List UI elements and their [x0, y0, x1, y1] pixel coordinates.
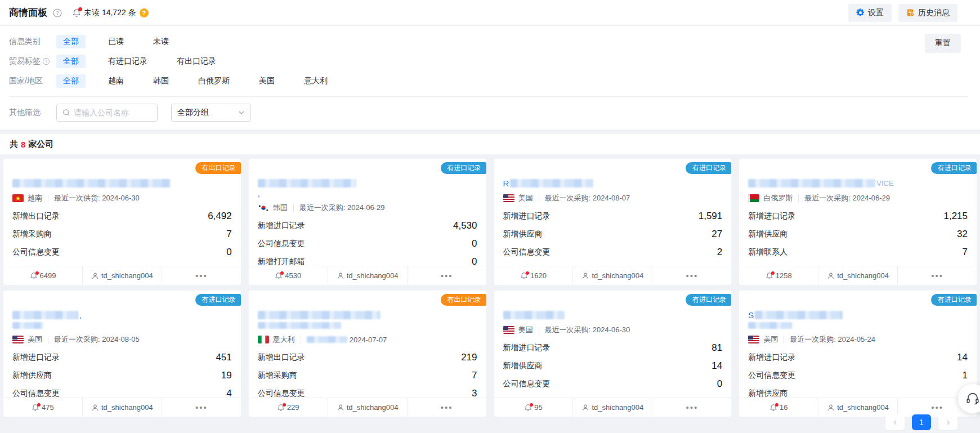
company-card[interactable]: 有进口记录美国最近一次采购: 2024-06-30新增进口记录81新增供应商14… — [494, 291, 732, 417]
stat-value: 0 — [472, 238, 477, 249]
assigned-user-button[interactable]: td_shichang004 — [328, 266, 407, 285]
company-name-redacted[interactable] — [258, 310, 477, 320]
more-actions-button[interactable]: ••• — [162, 398, 241, 417]
assigned-user-button[interactable]: td_shichang004 — [328, 398, 407, 417]
company-card[interactable]: 有进口记录,美国最近一次采购: 2024-08-05新增进口记录451新增供应商… — [3, 291, 241, 417]
group-select[interactable]: 全部分组 — [171, 104, 251, 122]
stat-list: 新增出口记录6,492新增采购商7公司信息变更0 — [12, 207, 232, 261]
last-trade-date: 最近一次采购: 2024-06-30 — [545, 325, 630, 335]
notification-count-button[interactable]: 6499 — [3, 266, 82, 285]
company-card[interactable]: 有进口记录S美国最近一次采购: 2024-05-24新增进口记录14公司信息变更… — [739, 291, 977, 417]
filter-option[interactable]: 有出口记录 — [170, 55, 223, 68]
company-search-box[interactable] — [56, 104, 158, 122]
company-name-redacted[interactable] — [12, 178, 232, 188]
card-body: ,美国最近一次采购: 2024-08-05新增进口记录451新增供应商19公司信… — [3, 291, 241, 403]
company-name-redacted[interactable]: VICE — [748, 178, 968, 188]
count-prefix: 共 — [10, 139, 18, 150]
assigned-user-button[interactable]: td_shichang004 — [818, 266, 897, 285]
more-actions-button[interactable]: ••• — [162, 266, 241, 285]
question-circle-icon[interactable]: ? — [53, 8, 62, 17]
filter-option[interactable]: 越南 — [101, 74, 131, 88]
filter-option[interactable]: 白俄罗斯 — [191, 74, 236, 88]
filter-divider — [9, 96, 969, 97]
notification-count-button[interactable]: 1620 — [494, 266, 573, 285]
company-card[interactable]: 有进口记录R美国最近一次采购: 2024-08-07新增进口记录1,591新增供… — [494, 159, 732, 285]
filter-option[interactable]: 韩国 — [146, 74, 176, 88]
more-actions-button[interactable]: ••• — [652, 398, 731, 417]
notification-count-button[interactable]: 229 — [249, 398, 328, 417]
notification-count: 4530 — [285, 271, 301, 280]
notification-count-button[interactable]: 16 — [739, 398, 818, 417]
other-filter-row: 其他筛选 全部分组 — [9, 104, 969, 122]
filter-option-selected[interactable]: 全部 — [56, 35, 86, 48]
company-name-redacted[interactable]: , — [12, 310, 232, 320]
stat-row: 公司信息变更0 — [12, 243, 232, 261]
company-card[interactable]: 有进口记录VICE白俄罗斯最近一次采购: 2024-06-29新增进口记录1,2… — [739, 159, 977, 285]
company-name-blur — [12, 179, 171, 188]
filter-option[interactable]: 未读 — [146, 35, 176, 48]
svg-text:?: ? — [45, 59, 47, 64]
company-card[interactable]: 有出口记录越南最近一次供货: 2024-06-30新增出口记录6,492新增采购… — [3, 159, 241, 285]
notification-count-button[interactable]: 95 — [494, 398, 573, 417]
assigned-user-button[interactable]: td_shichang004 — [572, 266, 652, 285]
history-messages-button[interactable]: 历史消息 — [898, 4, 957, 22]
next-page-button[interactable] — [938, 414, 957, 430]
ellipsis-icon: ••• — [195, 273, 208, 279]
notification-red-dot — [771, 271, 775, 275]
assigned-user-name: td_shichang004 — [347, 403, 399, 412]
card-footer: 6499td_shichang004••• — [3, 266, 241, 285]
notification-count-button[interactable]: 4530 — [249, 266, 328, 285]
notification-red-dot — [37, 403, 41, 407]
company-card[interactable]: 有出口记录意大利2024-07-07新增出口记录219新增采购商7公司信息变更3… — [249, 291, 486, 417]
company-name-redacted[interactable] — [258, 178, 477, 188]
ellipsis-icon: ••• — [441, 405, 453, 410]
stat-value: 0 — [717, 378, 722, 390]
company-name-line2 — [258, 322, 477, 329]
country-name: 美国 — [763, 334, 778, 345]
stat-row: 新增出口记录6,492 — [12, 207, 232, 225]
question-circle-filled-orange-icon[interactable]: ? — [140, 8, 149, 17]
assigned-user-name: td_shichang004 — [592, 403, 643, 412]
more-actions-button[interactable]: ••• — [407, 398, 486, 417]
filter-option[interactable]: 有进口记录 — [101, 55, 154, 68]
filter-row-0: 信息类别全部已读未读 — [9, 32, 969, 51]
stat-label: 新增进口记录 — [12, 352, 60, 363]
notification-count-button[interactable]: 475 — [3, 398, 82, 417]
prev-page-button[interactable] — [885, 414, 905, 430]
notification-count-button[interactable]: 1258 — [739, 266, 818, 285]
stat-value: 6,492 — [208, 211, 232, 222]
assigned-user-button[interactable]: td_shichang004 — [572, 398, 652, 417]
filter-option[interactable]: 美国 — [252, 74, 281, 88]
unread-counter[interactable]: 未读 14,722 条 ? — [72, 8, 149, 18]
page-1-button[interactable]: 1 — [912, 414, 931, 430]
count-suffix: 家公司 — [28, 139, 53, 150]
company-search-input[interactable] — [74, 108, 151, 117]
trade-record-badge: 有出口记录 — [441, 294, 486, 306]
stat-row: 新增进口记录81 — [503, 339, 723, 357]
question-circle-icon[interactable]: ? — [42, 57, 50, 65]
company-name-redacted[interactable]: S — [748, 310, 968, 320]
more-actions-button[interactable]: ••• — [407, 266, 486, 285]
stat-label: 新增进口记录 — [748, 211, 795, 221]
stat-label: 新增联系人 — [748, 247, 787, 257]
company-name-redacted[interactable]: R — [503, 178, 723, 188]
stat-row: 新增供应商19 — [12, 367, 232, 385]
assigned-user-button[interactable]: td_shichang004 — [82, 398, 162, 417]
settings-button[interactable]: 设置 — [848, 4, 892, 22]
company-name-blur — [258, 322, 341, 329]
reset-button[interactable]: 重置 — [925, 34, 961, 53]
ellipsis-icon: ••• — [441, 273, 453, 279]
filter-option[interactable]: 已读 — [101, 35, 131, 48]
company-name-redacted[interactable] — [503, 310, 723, 320]
assigned-user-button[interactable]: td_shichang004 — [82, 266, 162, 285]
notification-red-dot — [775, 403, 778, 407]
more-actions-button[interactable]: ••• — [652, 266, 731, 285]
filter-option-selected[interactable]: 全部 — [56, 74, 86, 88]
more-actions-button[interactable]: ••• — [897, 266, 977, 285]
filter-option-selected[interactable]: 全部 — [56, 55, 86, 68]
company-card[interactable]: 有进口记录,韩国最近一次采购: 2024-06-29新增进口记录4,530公司信… — [249, 159, 486, 285]
stat-value: 7 — [472, 370, 477, 381]
stat-row: 新增进口记录1,591 — [503, 207, 723, 225]
card-body: ,韩国最近一次采购: 2024-06-29新增进口记录4,530公司信息变更0新… — [249, 159, 486, 271]
filter-option[interactable]: 意大利 — [297, 74, 334, 88]
